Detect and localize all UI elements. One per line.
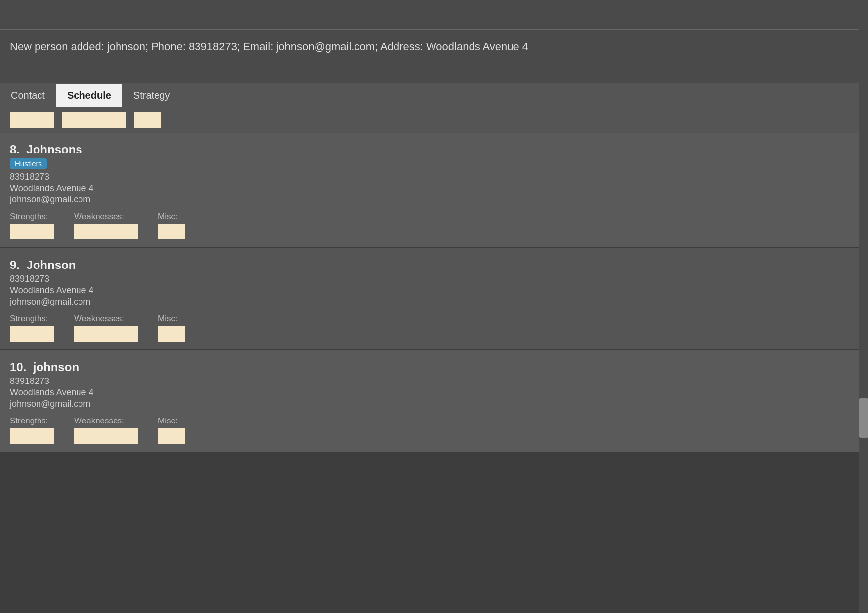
filter-input-3[interactable] <box>134 112 161 128</box>
misc-group-9: Misc: <box>158 314 185 342</box>
contact-address-8: Woodlands Avenue 4 <box>10 183 858 193</box>
contact-card-9: 9. Johnson 83918273 Woodlands Avenue 4 j… <box>0 248 868 350</box>
misc-input-9[interactable] <box>158 326 185 342</box>
weaknesses-label-9: Weaknesses: <box>74 314 138 324</box>
filter-input-1[interactable] <box>10 112 54 128</box>
misc-input-8[interactable] <box>158 224 185 239</box>
misc-label-10: Misc: <box>158 416 185 426</box>
misc-input-10[interactable] <box>158 428 185 444</box>
tab-strategy[interactable]: Strategy <box>122 84 181 107</box>
contact-phone-9: 83918273 <box>10 274 858 284</box>
contact-fields-10: Strengths: Weaknesses: Misc: <box>10 416 858 444</box>
contact-name-9: 9. Johnson <box>10 258 858 272</box>
contact-address-10: Woodlands Avenue 4 <box>10 387 858 398</box>
strengths-input-10[interactable] <box>10 428 54 444</box>
strengths-group-10: Strengths: <box>10 416 54 444</box>
top-bar <box>0 0 868 30</box>
tabs-bar: Contact Schedule Strategy <box>0 84 868 107</box>
notification-text: New person added: johnson; Phone: 839182… <box>10 40 528 53</box>
strengths-group-8: Strengths: <box>10 212 54 239</box>
weaknesses-label-8: Weaknesses: <box>74 212 138 222</box>
misc-group-10: Misc: <box>158 416 185 444</box>
notification-bar: New person added: johnson; Phone: 839182… <box>0 30 868 84</box>
contact-email-8: johnson@gmail.com <box>10 194 858 205</box>
weaknesses-group-9: Weaknesses: <box>74 314 138 342</box>
contact-fields-8: Strengths: Weaknesses: Misc: <box>10 212 858 239</box>
scrollbar-thumb[interactable] <box>859 398 868 438</box>
weaknesses-input-10[interactable] <box>74 428 138 444</box>
misc-group-8: Misc: <box>158 212 185 239</box>
contact-email-10: johnson@gmail.com <box>10 399 858 409</box>
contact-card-10: 10. johnson 83918273 Woodlands Avenue 4 … <box>0 350 868 453</box>
contact-card-8: 8. Johnsons Hustlers 83918273 Woodlands … <box>0 133 868 248</box>
contacts-list: 8. Johnsons Hustlers 83918273 Woodlands … <box>0 133 868 453</box>
contact-email-9: johnson@gmail.com <box>10 297 858 307</box>
contact-name-8: 8. Johnsons <box>10 143 858 156</box>
tab-schedule[interactable]: Schedule <box>56 84 122 107</box>
weaknesses-label-10: Weaknesses: <box>74 416 138 426</box>
contact-phone-10: 83918273 <box>10 376 858 386</box>
misc-label-9: Misc: <box>158 314 185 324</box>
filter-input-2[interactable] <box>62 112 126 128</box>
strengths-label-10: Strengths: <box>10 416 54 426</box>
contact-phone-8: 83918273 <box>10 172 858 182</box>
contact-name-10: 10. johnson <box>10 360 858 374</box>
misc-label-8: Misc: <box>158 212 185 222</box>
contact-tag-8: Hustlers <box>10 158 47 169</box>
strengths-input-9[interactable] <box>10 326 54 342</box>
contact-fields-9: Strengths: Weaknesses: Misc: <box>10 314 858 342</box>
weaknesses-input-9[interactable] <box>74 326 138 342</box>
weaknesses-group-10: Weaknesses: <box>74 416 138 444</box>
filter-bar <box>0 107 868 133</box>
weaknesses-input-8[interactable] <box>74 224 138 239</box>
tab-contact[interactable]: Contact <box>0 84 56 107</box>
strengths-label-8: Strengths: <box>10 212 54 222</box>
strengths-label-9: Strengths: <box>10 314 54 324</box>
strengths-input-8[interactable] <box>10 224 54 239</box>
scrollbar-track[interactable] <box>859 0 868 613</box>
strengths-group-9: Strengths: <box>10 314 54 342</box>
weaknesses-group-8: Weaknesses: <box>74 212 138 239</box>
contact-address-9: Woodlands Avenue 4 <box>10 285 858 296</box>
